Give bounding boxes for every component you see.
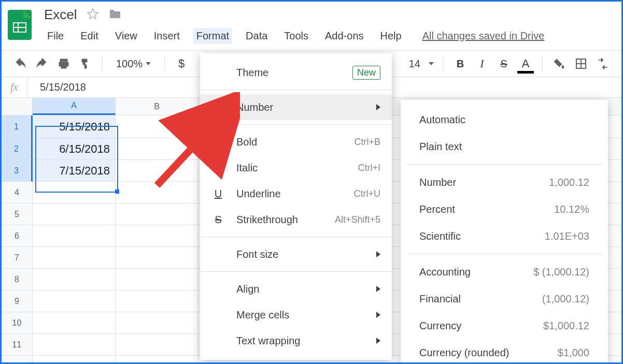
caret-down-icon	[429, 62, 434, 65]
menu-align[interactable]: Align	[200, 276, 392, 302]
row-header-5[interactable]: 5	[2, 203, 33, 225]
menu-divider	[407, 254, 602, 254]
menu-divider	[200, 124, 392, 125]
folder-icon[interactable]	[108, 9, 122, 21]
cell-A3[interactable]: 7/15/2018	[33, 160, 116, 182]
menu-italic[interactable]: IItalic Ctrl+I	[200, 155, 392, 181]
redo-icon[interactable]	[35, 56, 49, 71]
column-header-B[interactable]: B	[116, 98, 199, 115]
menu-edit[interactable]: Edit	[77, 28, 101, 44]
text-color-button[interactable]: A	[518, 56, 533, 71]
fill-color-button[interactable]	[552, 56, 567, 71]
new-badge: New	[352, 66, 380, 80]
strikethrough-button[interactable]: S	[497, 56, 511, 71]
row-header-2[interactable]: 2	[2, 138, 33, 160]
bold-button[interactable]: B	[453, 56, 468, 71]
cell-B2[interactable]	[116, 138, 199, 160]
cell-B1[interactable]	[116, 115, 199, 138]
menu-font-size[interactable]: Font size	[200, 241, 392, 267]
row-header-1[interactable]: 1	[2, 115, 33, 138]
menu-merge-cells[interactable]: Merge cells	[200, 302, 392, 328]
menu-bold[interactable]: BBold Ctrl+B	[200, 129, 392, 155]
bold-icon: B	[211, 136, 225, 148]
menu-file[interactable]: File	[44, 28, 67, 44]
menu-tools[interactable]: Tools	[281, 28, 312, 44]
row-header-10[interactable]: 10	[2, 312, 33, 334]
submenu-arrow-icon	[376, 286, 380, 292]
format-menu: Theme New Number BBold Ctrl+B IItalic Ct…	[200, 53, 392, 360]
row-header-9[interactable]: 9	[2, 290, 33, 312]
number-option-scientific[interactable]: Scientific1.01E+03	[407, 223, 602, 250]
menu-insert[interactable]: Insert	[151, 28, 183, 44]
menu-theme[interactable]: Theme New	[200, 60, 392, 85]
merge-cells-button[interactable]	[596, 56, 610, 71]
number-option-financial[interactable]: Financial(1,000.12)	[407, 285, 602, 312]
italic-button[interactable]: I	[475, 56, 489, 71]
menu-strikethrough[interactable]: SStrikethrough Alt+Shift+5	[200, 207, 392, 232]
submenu-arrow-icon	[376, 312, 380, 318]
number-option-currency-rounded[interactable]: Currency (rounded)$1,000	[407, 339, 602, 364]
menu-underline[interactable]: UUnderline Ctrl+U	[200, 181, 392, 207]
row-header-6[interactable]: 6	[2, 225, 33, 247]
cell-B3[interactable]	[116, 160, 199, 182]
strikethrough-icon: S	[211, 214, 225, 226]
menu-theme-label: Theme	[236, 67, 268, 79]
currency-button[interactable]: $	[174, 56, 189, 71]
menu-number[interactable]: Number	[200, 94, 392, 120]
menu-text-wrapping[interactable]: Text wrapping	[200, 328, 392, 354]
menu-divider	[407, 164, 602, 165]
menu-addons[interactable]: Add-ons	[322, 28, 367, 44]
row-header-3[interactable]: 3	[2, 160, 33, 182]
formula-bar-input[interactable]: 5/15/2018	[27, 81, 86, 93]
sheets-logo-icon	[8, 10, 32, 40]
caret-down-icon	[146, 62, 151, 65]
menu-divider	[200, 90, 392, 90]
shortcut: Ctrl+I	[358, 163, 380, 173]
row-header-7[interactable]: 7	[2, 247, 33, 269]
row-header-4[interactable]: 4	[2, 182, 33, 203]
italic-icon: I	[211, 162, 225, 174]
font-size-value: 14	[409, 58, 420, 70]
submenu-arrow-icon	[376, 251, 380, 257]
underline-icon: U	[211, 188, 225, 200]
menu-format[interactable]: Format	[193, 28, 232, 44]
row-header-12[interactable]: 12	[2, 356, 33, 364]
submenu-arrow-icon	[376, 104, 380, 110]
cell-A2[interactable]: 6/15/2018	[33, 138, 116, 160]
menu-view[interactable]: View	[112, 28, 140, 44]
shortcut: Alt+Shift+5	[335, 214, 380, 225]
document-title[interactable]: Excel	[44, 7, 77, 23]
fx-icon: fx	[2, 77, 27, 97]
column-header-A[interactable]: A	[33, 98, 116, 115]
zoom-select[interactable]: 100%	[116, 58, 151, 70]
menubar: File Edit View Insert Format Data Tools …	[44, 26, 544, 44]
number-option-plain-text[interactable]: Plain text	[407, 133, 602, 160]
select-all-corner[interactable]	[2, 98, 33, 115]
zoom-value: 100%	[116, 58, 143, 70]
borders-button[interactable]	[574, 56, 588, 71]
cell-A1[interactable]: 5/15/2018	[33, 115, 116, 138]
number-format-submenu: Automatic Plain text Number1,000.12 Perc…	[401, 100, 608, 364]
menu-divider	[200, 271, 392, 272]
menu-data[interactable]: Data	[243, 28, 271, 44]
undo-icon[interactable]	[13, 56, 27, 71]
save-status[interactable]: All changes saved in Drive	[422, 30, 545, 42]
number-option-accounting[interactable]: Accounting$ (1,000.12)	[407, 258, 602, 285]
menu-number-label: Number	[236, 101, 273, 113]
shortcut: Ctrl+U	[353, 188, 380, 199]
row-header-8[interactable]: 8	[2, 269, 33, 290]
star-icon[interactable]	[87, 8, 99, 22]
number-option-number[interactable]: Number1,000.12	[407, 169, 602, 196]
submenu-arrow-icon	[376, 338, 380, 344]
shortcut: Ctrl+B	[354, 137, 380, 148]
row-header-11[interactable]: 11	[2, 334, 33, 356]
number-option-currency[interactable]: Currency$1,000.12	[407, 312, 602, 339]
font-size-select[interactable]: 14	[409, 58, 434, 70]
print-icon[interactable]	[56, 56, 71, 71]
menu-help[interactable]: Help	[377, 28, 405, 44]
number-option-automatic[interactable]: Automatic	[407, 106, 602, 133]
titlebar: Excel File Edit View Insert Format Data …	[2, 2, 621, 44]
number-option-percent[interactable]: Percent10.12%	[407, 196, 602, 223]
paint-format-icon[interactable]	[78, 56, 93, 71]
menu-divider	[200, 237, 392, 237]
